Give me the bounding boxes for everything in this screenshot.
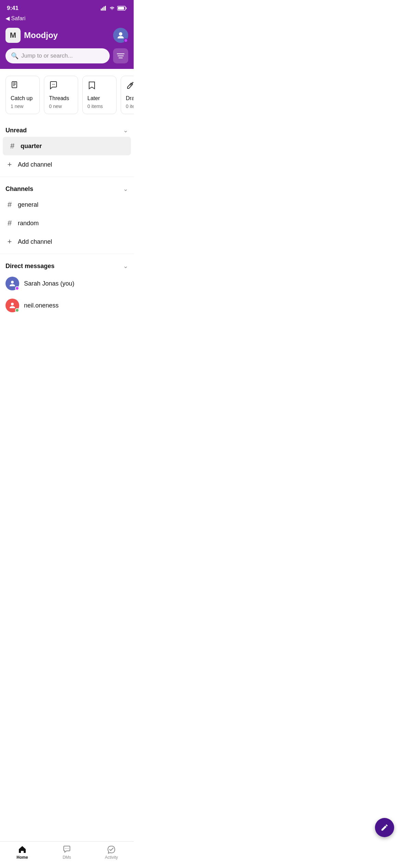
- safari-label: Safari: [11, 15, 25, 21]
- svg-rect-12: [13, 84, 16, 85]
- svg-rect-3: [105, 6, 106, 11]
- channel-item-general[interactable]: # general: [0, 195, 134, 214]
- divider-2: [0, 254, 134, 254]
- hash-icon: #: [8, 142, 16, 150]
- svg-rect-11: [13, 83, 16, 83]
- filter-button[interactable]: [113, 48, 128, 63]
- dm-avatar-person-icon-neil: [8, 301, 16, 310]
- quick-card-drafts[interactable]: Drafts 0 items: [121, 76, 134, 114]
- dm-title: Direct messages: [5, 263, 54, 270]
- user-avatar[interactable]: [113, 28, 128, 43]
- search-icon: 🔍: [11, 52, 19, 60]
- svg-rect-5: [118, 7, 124, 10]
- channels-section-header[interactable]: Channels ⌄: [5, 185, 128, 193]
- unread-add-channel[interactable]: + Add channel: [0, 155, 134, 174]
- unread-section-header[interactable]: Unread ⌄: [5, 126, 128, 134]
- channels-add-label: Add channel: [18, 238, 52, 245]
- channel-item-random[interactable]: # random: [0, 214, 134, 232]
- neil-status-dot: [15, 308, 19, 312]
- later-title: Later: [87, 95, 111, 101]
- svg-point-15: [53, 84, 54, 85]
- unread-chevron-icon: ⌄: [123, 126, 128, 134]
- avatar-person-icon: [116, 31, 125, 40]
- channels-chevron-icon: ⌄: [123, 185, 128, 193]
- unread-channel-item[interactable]: # quarter: [3, 137, 131, 155]
- catch-up-icon: [11, 81, 35, 92]
- add-icon: +: [5, 160, 14, 169]
- drafts-icon: [126, 81, 134, 92]
- channel-name-random: random: [18, 220, 39, 227]
- threads-icon: [49, 81, 73, 92]
- divider-1: [0, 177, 134, 177]
- catch-up-sub: 1 new: [11, 104, 35, 109]
- svg-point-19: [11, 303, 14, 305]
- hash-icon-general: #: [5, 200, 14, 209]
- drafts-sub: 0 items: [126, 104, 134, 109]
- quick-actions-row: Catch up 1 new Threads 0 new Later 0 ite…: [0, 69, 134, 121]
- svg-rect-1: [102, 8, 103, 11]
- dm-avatar-neil: [5, 299, 19, 312]
- later-icon: [87, 81, 111, 92]
- unread-section: Unread ⌄: [0, 121, 134, 137]
- quick-card-threads[interactable]: Threads 0 new: [44, 76, 78, 114]
- unread-add-label: Add channel: [18, 161, 52, 168]
- svg-point-18: [11, 281, 14, 284]
- app-header: M Moodjoy: [0, 24, 134, 48]
- svg-point-14: [52, 84, 53, 85]
- filter-icon: [117, 53, 124, 59]
- channels-section: Channels ⌄: [0, 180, 134, 195]
- dm-name-sarah: Sarah Jonas (you): [24, 280, 74, 287]
- svg-point-16: [54, 84, 55, 85]
- status-icons: [101, 6, 127, 11]
- header-left: M Moodjoy: [5, 28, 58, 43]
- dm-avatar-person-icon: [8, 279, 16, 288]
- later-sub: 0 items: [87, 104, 111, 109]
- channel-name-general: general: [18, 201, 38, 208]
- search-placeholder: Jump to or search...: [21, 52, 73, 59]
- dm-avatar-sarah: [5, 277, 19, 290]
- threads-title: Threads: [49, 95, 73, 101]
- svg-rect-2: [104, 7, 105, 11]
- channels-title: Channels: [5, 185, 33, 193]
- drafts-title: Drafts: [126, 95, 134, 101]
- dm-chevron-icon: ⌄: [123, 262, 128, 270]
- dm-item-neil[interactable]: neil.oneness: [0, 294, 134, 316]
- unread-title: Unread: [5, 127, 27, 134]
- safari-back-bar[interactable]: ◀ Safari: [0, 14, 134, 24]
- avatar-status-dot: [124, 38, 128, 43]
- unread-channel-name: quarter: [21, 143, 42, 150]
- svg-point-6: [119, 32, 122, 36]
- signal-icon: [101, 6, 107, 11]
- dm-section-header[interactable]: Direct messages ⌄: [5, 262, 128, 270]
- back-arrow: ◀: [5, 15, 10, 21]
- status-time: 9:41: [7, 5, 19, 12]
- svg-rect-0: [101, 9, 102, 11]
- quick-card-later[interactable]: Later 0 items: [82, 76, 117, 114]
- dm-item-sarah[interactable]: Sarah Jonas (you): [0, 273, 134, 294]
- hash-icon-random: #: [5, 219, 14, 228]
- svg-rect-13: [13, 85, 15, 86]
- channels-add-channel[interactable]: + Add channel: [0, 232, 134, 251]
- search-box[interactable]: 🔍 Jump to or search...: [5, 48, 110, 63]
- wifi-icon: [109, 6, 115, 11]
- sarah-status-dot: [15, 286, 19, 290]
- threads-sub: 0 new: [49, 104, 73, 109]
- search-area: 🔍 Jump to or search...: [0, 48, 134, 69]
- dm-name-neil: neil.oneness: [24, 302, 59, 309]
- workspace-icon[interactable]: M: [5, 28, 21, 43]
- quick-card-catch-up[interactable]: Catch up 1 new: [5, 76, 40, 114]
- workspace-name: Moodjoy: [24, 31, 58, 40]
- catch-up-title: Catch up: [11, 95, 35, 101]
- add-channel-icon: +: [5, 237, 14, 246]
- dm-section: Direct messages ⌄: [0, 257, 134, 273]
- status-bar: 9:41: [0, 0, 134, 14]
- battery-icon: [117, 6, 127, 11]
